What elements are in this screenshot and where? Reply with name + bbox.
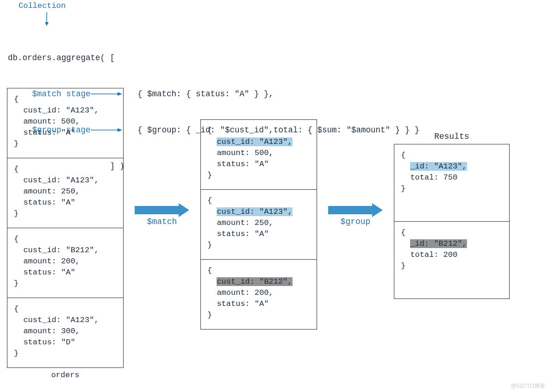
orders-doc-4: { cust_id: "A123", amount: 300, status: … — [7, 298, 124, 368]
orders-doc-2: { cust_id: "A123", amount: 250, status: … — [7, 158, 124, 228]
svg-marker-6 — [135, 203, 189, 217]
match-arrow-label: $match — [147, 217, 177, 226]
collection-label: Collection — [19, 1, 66, 10]
pipeline-arrow-icon — [135, 203, 189, 217]
result-doc-1: { _id: "A123", total: 750 } — [394, 144, 510, 221]
group-arrow-container: $group — [328, 203, 383, 227]
orders-doc-1: { cust_id: "A123", amount: 500, status: … — [7, 88, 124, 158]
orders-label: orders — [7, 371, 124, 380]
pipeline-arrow-icon — [328, 203, 383, 217]
match-doc-2: { cust_id: "A123", amount: 250, status: … — [200, 189, 317, 259]
results-column: Results { _id: "A123", total: 750 } { _i… — [394, 132, 510, 299]
code-line-1: db.orders.aggregate( [ — [8, 52, 419, 64]
arrow-down-icon — [44, 12, 50, 26]
result-doc-2: { _id: "B212", total: 200 } — [394, 221, 510, 299]
watermark: @51CTO博客 — [511, 382, 545, 390]
svg-marker-7 — [328, 203, 383, 217]
group-arrow-label: $group — [341, 217, 371, 226]
results-label: Results — [394, 132, 510, 141]
svg-marker-1 — [45, 22, 49, 26]
match-column: { cust_id: "A123", amount: 500, status: … — [200, 119, 317, 330]
match-doc-1: { cust_id: "A123", amount: 500, status: … — [200, 119, 317, 189]
orders-doc-3: { cust_id: "B212", amount: 200, status: … — [7, 228, 124, 298]
orders-column: { cust_id: "A123", amount: 500, status: … — [7, 88, 124, 380]
match-doc-3: { cust_id: "B212", amount: 200, status: … — [200, 259, 317, 330]
match-arrow-container: $match — [135, 203, 189, 227]
pipeline-diagram: { cust_id: "A123", amount: 500, status: … — [7, 88, 510, 380]
